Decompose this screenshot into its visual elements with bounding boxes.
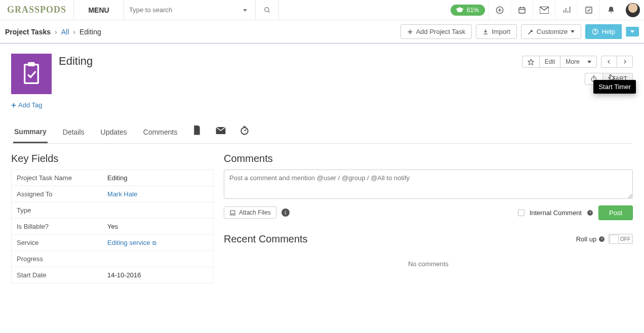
comment-input[interactable]: [224, 170, 633, 199]
tab-comments[interactable]: Comments: [142, 123, 179, 142]
avatar-image: [626, 3, 640, 17]
help-button[interactable]: Help: [585, 24, 622, 39]
global-search[interactable]: [124, 0, 256, 20]
wrench-icon: [528, 29, 534, 35]
timer-icon: [240, 126, 249, 135]
chevron-left-icon: [607, 59, 612, 64]
svg-text:?: ?: [589, 211, 591, 215]
field-value[interactable]: Editing: [102, 170, 213, 186]
service-link[interactable]: Editing service: [107, 239, 150, 246]
customize-label: Customize: [537, 28, 568, 35]
search-button[interactable]: [256, 0, 279, 20]
tab-updates[interactable]: Updates: [100, 123, 128, 142]
reports-button[interactable]: [555, 0, 577, 20]
comments-title: Comments: [224, 153, 633, 164]
help-label: Help: [601, 28, 615, 35]
calendar-button[interactable]: [510, 0, 533, 20]
check-square-icon: [585, 6, 593, 14]
svg-marker-20: [528, 59, 534, 65]
plus-circle-icon: [496, 6, 504, 14]
add-tag-button[interactable]: Add Tag: [11, 101, 42, 109]
search-filter-chevron-icon[interactable]: [240, 7, 250, 13]
laptop-icon: [229, 210, 236, 216]
import-button[interactable]: Import: [476, 24, 517, 39]
no-comments-message: No comments: [224, 245, 633, 283]
edit-button[interactable]: Edit: [539, 56, 561, 68]
envelope-icon: [216, 127, 226, 134]
field-label: Project Task Name: [12, 170, 103, 186]
field-label: Assigned To: [12, 186, 103, 202]
question-circle-icon[interactable]: ?: [587, 210, 593, 216]
progress-badge[interactable]: 61%: [451, 5, 485, 16]
record-actions: Edit More START: [522, 54, 633, 85]
chevron-down-icon: [571, 30, 575, 33]
field-value[interactable]: [102, 251, 213, 267]
notifications-button[interactable]: [599, 0, 622, 20]
breadcrumb-all[interactable]: All: [61, 28, 69, 36]
tab-details[interactable]: Details: [62, 123, 86, 142]
post-button[interactable]: Post: [598, 205, 633, 220]
user-avatar[interactable]: [622, 3, 644, 17]
plus-icon: [407, 29, 413, 35]
field-value[interactable]: Mark Hale: [102, 186, 213, 202]
content: Editing Edit More: [0, 44, 644, 319]
field-value[interactable]: Yes: [102, 218, 213, 234]
svg-line-1: [268, 11, 269, 12]
question-circle-icon[interactable]: ?: [598, 236, 605, 242]
recent-comments-title: Recent Comments: [224, 233, 308, 245]
breadcrumb-root[interactable]: Project Tasks: [5, 28, 51, 36]
tooltip: Start Timer: [593, 80, 636, 94]
add-project-task-button[interactable]: Add Project Task: [400, 24, 472, 39]
more-label: More: [566, 58, 579, 65]
graduation-cap-icon: [456, 7, 464, 13]
table-row: Type: [12, 202, 214, 218]
add-tag-label: Add Tag: [18, 101, 42, 109]
internal-comment-checkbox[interactable]: [518, 210, 525, 216]
internal-comment-label: Internal Comment: [530, 209, 582, 217]
attach-files-button[interactable]: Attach Files: [224, 206, 276, 219]
tab-summary[interactable]: Summary: [13, 122, 48, 143]
add-button[interactable]: [488, 0, 510, 20]
help-dropdown-button[interactable]: [626, 27, 639, 36]
info-icon[interactable]: i: [281, 209, 290, 217]
breadcrumb-bar: Project Tasks › All › Editing Add Projec…: [0, 20, 644, 44]
more-button[interactable]: More: [560, 56, 597, 68]
chevron-right-icon: ›: [55, 28, 57, 36]
svg-rect-13: [586, 7, 592, 13]
svg-rect-30: [230, 211, 235, 214]
external-link-icon[interactable]: ⧉: [152, 240, 156, 246]
next-record-button[interactable]: [617, 56, 633, 68]
tasks-button[interactable]: [577, 0, 599, 20]
assigned-to-link[interactable]: Mark Hale: [107, 190, 137, 198]
attach-label: Attach Files: [239, 209, 271, 216]
tab-documents[interactable]: [192, 126, 202, 140]
rollup-toggle[interactable]: OFF: [609, 234, 633, 244]
field-value[interactable]: Editing service⧉: [102, 234, 213, 251]
prev-record-button[interactable]: [601, 56, 617, 68]
customize-button[interactable]: Customize: [521, 24, 581, 39]
search-input[interactable]: [129, 6, 240, 14]
field-value[interactable]: 14-10-2016: [102, 267, 213, 283]
search-icon: [264, 7, 271, 14]
table-row: Start Date14-10-2016: [12, 267, 214, 283]
download-icon: [482, 29, 489, 35]
brand-logo[interactable]: GRASSPODS: [0, 5, 73, 15]
tab-timer[interactable]: [240, 126, 249, 139]
chevron-down-icon: [587, 61, 591, 63]
chevron-down-icon: [630, 30, 634, 33]
mail-button[interactable]: [533, 0, 555, 20]
menu-button[interactable]: MENU: [73, 0, 124, 20]
svg-point-0: [264, 7, 268, 11]
tab-emails[interactable]: [216, 127, 226, 138]
field-label: Start Date: [12, 267, 103, 283]
comments-panel: Comments Attach Files i Internal Comment…: [224, 153, 633, 283]
key-fields-table: Project Task NameEditing Assigned ToMark…: [11, 170, 214, 283]
field-value[interactable]: [102, 202, 213, 218]
field-label: Is Billable?: [12, 218, 103, 234]
favorite-button[interactable]: [522, 56, 540, 68]
record-type-icon: [11, 54, 52, 94]
chevron-right-icon: [622, 59, 627, 64]
field-label: Type: [12, 202, 103, 218]
svg-point-17: [595, 33, 595, 33]
key-fields-title: Key Fields: [11, 153, 214, 164]
